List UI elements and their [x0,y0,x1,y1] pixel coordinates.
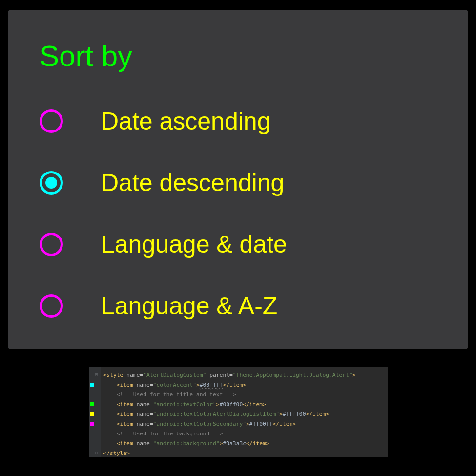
radio-icon [40,233,63,256]
fold-icon[interactable]: ⊟ [95,448,98,458]
gutter-color-mark [90,383,94,387]
radio-option-language-az[interactable]: Language & A-Z [40,292,436,320]
radio-label: Language & date [101,230,287,259]
sort-dialog: Sort by Date ascending Date descending L… [8,10,468,349]
item-value: #00ffff [200,382,223,388]
radio-label: Date ascending [101,107,270,135]
xml-comment: Used for the background [133,431,209,437]
item-name: android:textColorAlertDialogListItem [156,411,276,417]
item-value: #ffff00 [283,411,306,417]
code-editor: ⊟ ⊟ <style name="AlertDialogCustom" pare… [89,367,388,457]
item-value: #00ff00 [220,401,243,408]
code-content[interactable]: <style name="AlertDialogCustom" parent="… [101,367,356,457]
radio-label: Date descending [101,169,284,197]
item-name: colorAccent [156,382,193,388]
item-name: android:background [156,440,216,447]
style-parent-value: Theme.AppCompat.Light.Dialog.Alert [236,372,349,378]
item-name: android:textColor [156,401,213,408]
item-value: #ff00ff [249,421,273,427]
item-value: #3a3a3c [223,440,246,447]
gutter-color-mark [90,402,94,406]
style-name-value: AlertDialogCustom [146,372,203,378]
radio-label: Language & A-Z [101,292,277,320]
item-name: android:textColorSecondary [156,421,243,427]
gutter-color-mark [90,422,94,426]
radio-icon [40,109,63,133]
radio-option-date-ascending[interactable]: Date ascending [40,107,436,135]
radio-option-date-descending[interactable]: Date descending [40,169,436,197]
fold-icon[interactable]: ⊟ [95,370,98,380]
radio-icon [40,171,63,195]
radio-icon [40,294,63,318]
editor-gutter: ⊟ ⊟ [89,367,101,457]
dialog-title: Sort by [40,39,436,73]
radio-option-language-date[interactable]: Language & date [40,230,436,259]
xml-comment: Used for the title and text [133,391,223,398]
gutter-color-mark [90,412,94,416]
